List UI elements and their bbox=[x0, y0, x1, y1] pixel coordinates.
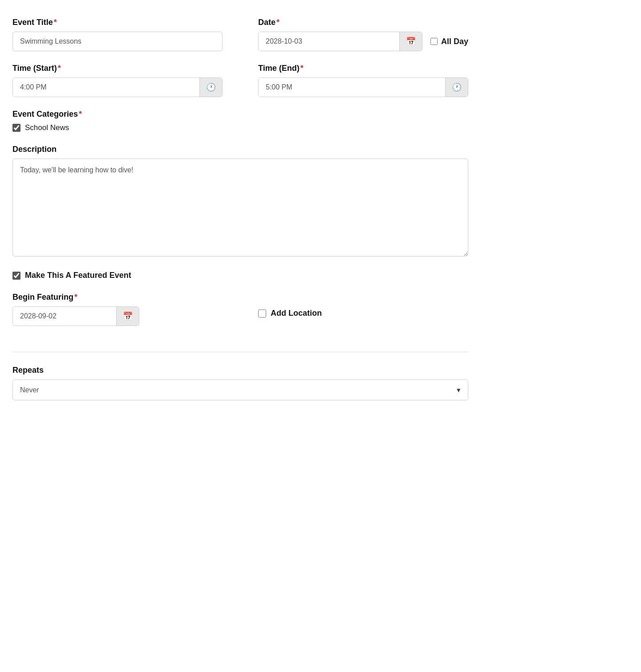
repeats-group: Repeats Never Daily Weekly Monthly Yearl… bbox=[12, 366, 468, 400]
all-day-label[interactable]: All Day bbox=[441, 37, 468, 46]
begin-featuring-label: Begin Featuring* bbox=[12, 293, 223, 302]
school-news-checkbox-label[interactable]: School News bbox=[12, 123, 468, 132]
event-title-group: Event Title* bbox=[12, 18, 223, 51]
repeats-select[interactable]: Never Daily Weekly Monthly Yearly bbox=[13, 380, 468, 400]
time-start-label: Time (Start)* bbox=[12, 64, 223, 73]
time-end-label: Time (End)* bbox=[258, 64, 468, 73]
date-input-wrap: 📅 bbox=[258, 32, 422, 51]
school-news-label: School News bbox=[25, 123, 69, 132]
event-title-label: Event Title* bbox=[12, 18, 223, 27]
date-calendar-button[interactable]: 📅 bbox=[399, 32, 422, 51]
description-group: Description Today, we'll be learning how… bbox=[12, 145, 468, 258]
add-location-group: Add Location bbox=[258, 293, 468, 326]
time-start-input[interactable] bbox=[13, 78, 199, 97]
description-label: Description bbox=[12, 145, 468, 154]
time-end-clock-button[interactable]: 🕐 bbox=[445, 78, 468, 97]
time-start-row: 🕐 bbox=[12, 77, 223, 97]
event-categories-label: Event Categories* bbox=[12, 110, 468, 119]
time-end-input[interactable] bbox=[259, 78, 445, 97]
begin-featuring-group: Begin Featuring* 📅 bbox=[12, 293, 223, 326]
time-start-clock-button[interactable]: 🕐 bbox=[199, 78, 222, 97]
add-location-checkbox-label[interactable]: Add Location bbox=[258, 309, 468, 318]
date-input[interactable] bbox=[259, 32, 399, 51]
begin-featuring-calendar-button[interactable]: 📅 bbox=[116, 307, 139, 326]
begin-featuring-input[interactable] bbox=[13, 307, 116, 326]
add-location-checkbox[interactable] bbox=[258, 310, 266, 318]
begin-featuring-wrap: 📅 bbox=[12, 306, 139, 326]
featured-event-checkbox[interactable] bbox=[12, 272, 20, 280]
time-start-group: Time (Start)* 🕐 bbox=[12, 64, 223, 97]
event-title-input[interactable] bbox=[12, 32, 223, 51]
all-day-wrap: All Day bbox=[430, 37, 468, 46]
date-label: Date* bbox=[258, 18, 468, 27]
featured-event-checkbox-label[interactable]: Make This A Featured Event bbox=[12, 271, 468, 280]
section-divider bbox=[12, 352, 468, 352]
date-group: Date* 📅 All Day bbox=[258, 18, 468, 51]
featured-event-group: Make This A Featured Event bbox=[12, 271, 468, 280]
repeats-select-wrap: Never Daily Weekly Monthly Yearly ▼ bbox=[12, 379, 468, 400]
school-news-checkbox[interactable] bbox=[12, 124, 20, 132]
description-textarea[interactable]: Today, we'll be learning how to dive! bbox=[12, 159, 468, 257]
add-location-label: Add Location bbox=[271, 309, 322, 318]
time-end-group: Time (End)* 🕐 bbox=[258, 64, 468, 97]
time-end-row: 🕐 bbox=[258, 77, 468, 97]
event-categories-group: Event Categories* School News bbox=[12, 110, 468, 132]
all-day-checkbox[interactable] bbox=[430, 38, 438, 45]
repeats-label: Repeats bbox=[12, 366, 468, 375]
featured-event-label: Make This A Featured Event bbox=[25, 271, 131, 280]
